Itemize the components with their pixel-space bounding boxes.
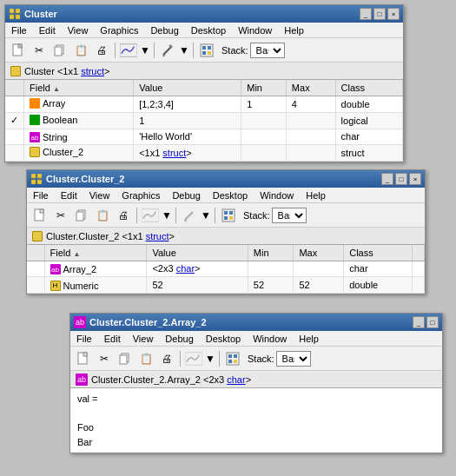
- svg-rect-33: [83, 353, 87, 356]
- menu-view-win3[interactable]: View: [130, 333, 156, 345]
- tb-copy-btn-win1[interactable]: [50, 41, 69, 60]
- stack-select-win1[interactable]: Base: [250, 43, 285, 58]
- th-class-win1: Class: [335, 80, 402, 96]
- svg-rect-16: [208, 51, 211, 55]
- cluster2-value-link[interactable]: struct: [162, 148, 186, 158]
- title-text-cluster: Cluster: [24, 9, 57, 19]
- svg-rect-15: [202, 51, 206, 55]
- stack-select-win2[interactable]: Base: [272, 208, 307, 223]
- menu-window-win3[interactable]: Window: [250, 333, 289, 345]
- window-array2[interactable]: ab Cluster.Cluster_2.Array_2 _ □ File Ed…: [69, 313, 443, 453]
- value-array2[interactable]: <2x3 char>: [147, 261, 248, 277]
- value-array: [1,2;3,4]: [134, 96, 241, 112]
- stack-select-win3[interactable]: Base: [276, 351, 311, 367]
- tb-plot-dropdown-btn-win3[interactable]: ▼: [205, 349, 215, 368]
- tb-brush-dropdown-btn-win1[interactable]: ▼: [179, 41, 189, 60]
- menu-graphics-win1[interactable]: Graphics: [97, 24, 141, 36]
- tb-print-btn-win3[interactable]: 🖨: [157, 349, 176, 368]
- close-btn-cluster2[interactable]: ×: [409, 173, 421, 185]
- menu-help-win2[interactable]: Help: [303, 189, 328, 202]
- max-string: [286, 129, 335, 145]
- close-btn-cluster[interactable]: ×: [387, 8, 400, 20]
- menu-edit-win3[interactable]: Edit: [102, 333, 123, 345]
- menu-file-win2[interactable]: File: [30, 189, 51, 202]
- menu-edit-win1[interactable]: Edit: [36, 24, 58, 36]
- char-link-win3[interactable]: char: [227, 374, 245, 385]
- tb-plot-dropdown-btn-win2[interactable]: ▼: [162, 206, 172, 225]
- tb-workspace-btn-win3[interactable]: [223, 349, 242, 368]
- menu-help-win1[interactable]: Help: [281, 24, 307, 36]
- tb-plot-dropdown-btn-win1[interactable]: ▼: [140, 41, 150, 60]
- tb-copy-btn-win3[interactable]: [116, 349, 135, 368]
- content-line-4: Bar: [77, 435, 435, 450]
- class-cluster2: struct: [335, 145, 402, 162]
- tb-cut-btn-win2[interactable]: ✂: [51, 206, 70, 225]
- menu-bar-win3: File Edit View Debug Desktop Window Help: [70, 331, 442, 347]
- menu-graphics-win2[interactable]: Graphics: [119, 189, 162, 202]
- tb-cut-btn-win3[interactable]: ✂: [95, 349, 114, 368]
- menu-help-win3[interactable]: Help: [296, 333, 321, 345]
- tb-paste-btn-win2[interactable]: 📋: [93, 206, 112, 225]
- menu-window-win2[interactable]: Window: [257, 189, 296, 202]
- menu-window-win1[interactable]: Window: [235, 24, 274, 36]
- maximize-btn-cluster2[interactable]: □: [395, 173, 407, 185]
- tb-new-btn-win1[interactable]: [9, 41, 28, 60]
- menu-file-win3[interactable]: File: [74, 333, 95, 345]
- menu-desktop-win2[interactable]: Desktop: [210, 189, 250, 202]
- tb-new-btn-win3[interactable]: [74, 349, 93, 368]
- menu-debug-win1[interactable]: Debug: [148, 24, 181, 36]
- tb-plot-btn-win1[interactable]: [119, 41, 138, 60]
- tb-paste-btn-win3[interactable]: 📋: [136, 349, 155, 368]
- minimize-btn-cluster2[interactable]: _: [381, 173, 393, 185]
- svg-rect-40: [228, 360, 232, 363]
- tb-workspace-btn-win2[interactable]: [219, 206, 238, 225]
- minimize-btn-array2[interactable]: _: [413, 316, 425, 328]
- tb-new-btn-win2[interactable]: [30, 206, 50, 225]
- maximize-btn-cluster[interactable]: □: [373, 8, 386, 20]
- value-cluster2[interactable]: <1x1 struct>: [134, 145, 241, 162]
- menu-debug-win2[interactable]: Debug: [169, 189, 202, 202]
- var-header-text-win2: Cluster.Cluster_2 <1x1 struct>: [46, 231, 175, 241]
- menu-view-win1[interactable]: View: [65, 24, 91, 36]
- window-cluster2[interactable]: Cluster.Cluster_2 _ □ × File Edit View G…: [26, 169, 426, 294]
- min-cluster2: [241, 145, 287, 162]
- svg-rect-24: [76, 212, 83, 221]
- menu-desktop-win1[interactable]: Desktop: [188, 24, 228, 36]
- content-line-1: val =: [77, 392, 435, 407]
- menu-edit-win2[interactable]: Edit: [58, 189, 80, 202]
- th-extra-win2: [413, 245, 425, 261]
- check-cell-array: [5, 96, 24, 112]
- stack-label-win3: Stack:: [248, 354, 274, 364]
- value-numeric: 52: [147, 277, 248, 294]
- tb-print-btn-win1[interactable]: 🖨: [92, 41, 111, 60]
- field-array: Array: [24, 96, 134, 112]
- menu-view-win2[interactable]: View: [87, 189, 113, 202]
- tb-copy-btn-win2[interactable]: [72, 206, 91, 225]
- menu-debug-win3[interactable]: Debug: [162, 333, 195, 345]
- th-class-win2: Class: [344, 245, 413, 261]
- tb-paste-btn-win1[interactable]: 📋: [71, 41, 90, 60]
- tb-plot-btn-win2[interactable]: [141, 206, 160, 225]
- svg-line-10: [163, 47, 171, 55]
- tb-brush-dropdown-btn-win2[interactable]: ▼: [201, 206, 211, 225]
- table-row: ab String 'Hello World' char: [5, 129, 403, 145]
- array2-value-link[interactable]: char: [176, 263, 195, 274]
- menu-desktop-win3[interactable]: Desktop: [203, 333, 243, 345]
- tb-brush-btn-win2[interactable]: [180, 206, 199, 225]
- class-string: char: [335, 129, 402, 145]
- tb-workspace-btn-win1[interactable]: [197, 41, 216, 60]
- tb-brush-btn-win1[interactable]: [158, 41, 177, 60]
- struct-link-win2[interactable]: struct: [146, 231, 169, 241]
- struct-link-win1[interactable]: struct: [81, 66, 104, 76]
- svg-rect-8: [55, 47, 62, 56]
- window-cluster[interactable]: Cluster _ □ × File Edit View Graphics De…: [4, 4, 404, 162]
- value-string: 'Hello World': [134, 129, 241, 145]
- tb-print-btn-win2[interactable]: 🖨: [114, 206, 133, 225]
- tb-cut-btn-win1[interactable]: ✂: [30, 41, 49, 60]
- table-row: ✓ Boolean 1 logical: [5, 112, 403, 129]
- tb-plot-btn-win3[interactable]: [184, 349, 203, 368]
- maximize-btn-array2[interactable]: □: [426, 316, 439, 328]
- minimize-btn-cluster[interactable]: _: [360, 8, 372, 20]
- icon-boolean: [30, 115, 40, 125]
- menu-file-win1[interactable]: File: [9, 24, 30, 36]
